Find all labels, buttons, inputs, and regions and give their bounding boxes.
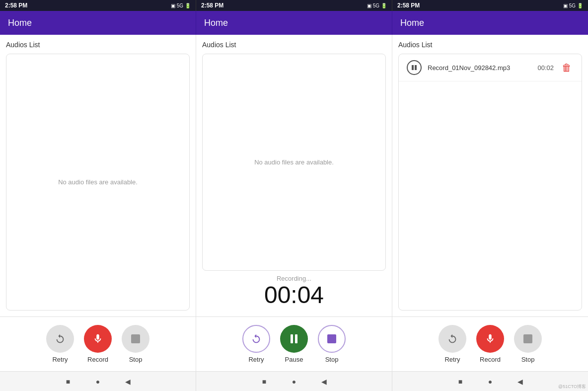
pause-bar-left (291, 334, 293, 343)
pause-circle (280, 325, 308, 353)
controls-section-3: Retry Record Stop (392, 317, 588, 371)
record-button-1[interactable]: Record (84, 325, 112, 363)
stop-button-2[interactable]: Stop (318, 325, 346, 363)
panel-3: Audios List Record_01Nov_092842.mp3 00:0… (392, 35, 588, 316)
recording-timer: 00:04 (202, 282, 386, 309)
pause-button[interactable]: Pause (280, 325, 308, 363)
record-label-1: Record (87, 356, 108, 363)
stop-icon-3 (523, 334, 532, 343)
retry-label-2: Retry (248, 356, 264, 363)
status-icons-left: ▣ 5G 🔋 (171, 3, 191, 8)
audios-list-title-2: Audios List (202, 41, 386, 49)
app-bar-3: Home (392, 11, 588, 35)
status-bar-right: 2:58 PM ▣ 5G 🔋 (392, 0, 588, 11)
app-bar-title-2: Home (204, 18, 228, 28)
retry-circle-3 (439, 325, 466, 353)
time-left: 2:58 PM (5, 2, 27, 9)
nav-back-2[interactable]: ◀ (319, 377, 329, 387)
svg-rect-1 (415, 65, 417, 70)
nav-home-2[interactable]: ● (289, 377, 299, 387)
audio-file-duration: 00:02 (537, 64, 554, 72)
stop-circle-3 (514, 325, 542, 353)
retry-icon-1 (55, 333, 66, 344)
nav-back-3[interactable]: ◀ (515, 377, 525, 387)
app-bar-2: Home (196, 11, 392, 35)
stop-button-3[interactable]: Stop (514, 325, 542, 363)
retry-circle-1 (46, 325, 74, 353)
panel-2: Audios List No audio files are available… (196, 35, 392, 316)
audios-list-title-1: Audios List (6, 41, 190, 49)
retry-button-2[interactable]: Retry (242, 325, 270, 363)
retry-circle-2 (242, 325, 270, 353)
nav-stop-3[interactable]: ■ (455, 377, 465, 387)
app-bar-title-1: Home (8, 18, 32, 28)
app-bar-title-3: Home (400, 18, 424, 28)
retry-button-1[interactable]: Retry (46, 325, 74, 363)
time-center: 2:58 PM (201, 2, 223, 9)
stop-icon-2 (327, 334, 336, 343)
retry-label-1: Retry (52, 356, 68, 363)
watermark: @51CTO博客 (558, 384, 586, 390)
audio-list-box-2: No audio files are available. (202, 54, 386, 271)
audios-list-title-3: Audios List (398, 41, 582, 49)
stop-circle-2 (318, 325, 346, 353)
status-bar: 2:58 PM ▣ 5G 🔋 2:58 PM ▣ 5G 🔋 2:58 PM ▣ … (0, 0, 588, 11)
app-bar-1: Home (0, 11, 196, 35)
empty-message-2: No audio files are available. (203, 54, 385, 270)
stop-label-3: Stop (521, 356, 535, 363)
app-bars: Home Home Home (0, 11, 588, 35)
record-label-3: Record (480, 356, 501, 363)
svg-rect-0 (412, 65, 414, 70)
stop-icon-1 (131, 334, 140, 343)
mic-icon-1 (92, 333, 103, 344)
controls-section-2: Retry Pause Stop (196, 317, 392, 371)
nav-home-3[interactable]: ● (485, 377, 495, 387)
nav-home-1[interactable]: ● (93, 377, 103, 387)
nav-stop-1[interactable]: ■ (63, 377, 73, 387)
empty-message-1: No audio files are available. (6, 54, 189, 310)
audio-file-name: Record_01Nov_092842.mp3 (428, 64, 531, 72)
stop-label-2: Stop (325, 356, 339, 363)
status-icons-center: ▣ 5G 🔋 (367, 3, 387, 8)
recording-status: Recording... 00:04 (202, 271, 386, 311)
audio-delete-button[interactable]: 🗑 (560, 61, 574, 75)
retry-button-3[interactable]: Retry (439, 325, 466, 363)
record-circle-3 (476, 325, 504, 353)
controls-section-1: Retry Record Stop (0, 317, 196, 371)
nav-section-1: ■ ● ◀ (0, 372, 196, 391)
stop-circle-1 (122, 325, 149, 353)
time-right: 2:58 PM (397, 2, 420, 9)
retry-label-3: Retry (444, 356, 460, 363)
panel-1: Audios List No audio files are available… (0, 35, 196, 316)
recording-label: Recording... (202, 275, 386, 282)
bottom-controls: Retry Record Stop Retry (0, 316, 588, 371)
trash-icon: 🗑 (562, 62, 572, 74)
nav-back-1[interactable]: ◀ (123, 377, 133, 387)
status-icons-right: ▣ 5G 🔋 (563, 3, 583, 8)
retry-icon-3 (447, 333, 458, 344)
pause-bar-right (295, 334, 297, 343)
pause-label: Pause (285, 356, 303, 363)
stop-button-1[interactable]: Stop (122, 325, 149, 363)
nav-section-2: ■ ● ◀ (196, 372, 392, 391)
status-bar-left: 2:58 PM ▣ 5G 🔋 (0, 0, 196, 11)
mic-icon-3 (485, 333, 496, 344)
main-content: Audios List No audio files are available… (0, 35, 588, 316)
record-circle-1 (84, 325, 112, 353)
nav-bar: ■ ● ◀ ■ ● ◀ ■ ● ◀ (0, 371, 588, 391)
status-bar-center: 2:58 PM ▣ 5G 🔋 (196, 0, 392, 11)
audio-list-box-3: Record_01Nov_092842.mp3 00:02 🗑 (398, 54, 582, 311)
retry-icon-2 (251, 333, 262, 344)
record-button-3[interactable]: Record (476, 325, 504, 363)
audio-item: Record_01Nov_092842.mp3 00:02 🗑 (399, 54, 582, 81)
pause-icon (411, 64, 418, 71)
nav-stop-2[interactable]: ■ (259, 377, 269, 387)
audio-play-button[interactable] (407, 60, 422, 75)
audio-list-box-1: No audio files are available. (6, 54, 190, 311)
stop-label-1: Stop (129, 356, 143, 363)
